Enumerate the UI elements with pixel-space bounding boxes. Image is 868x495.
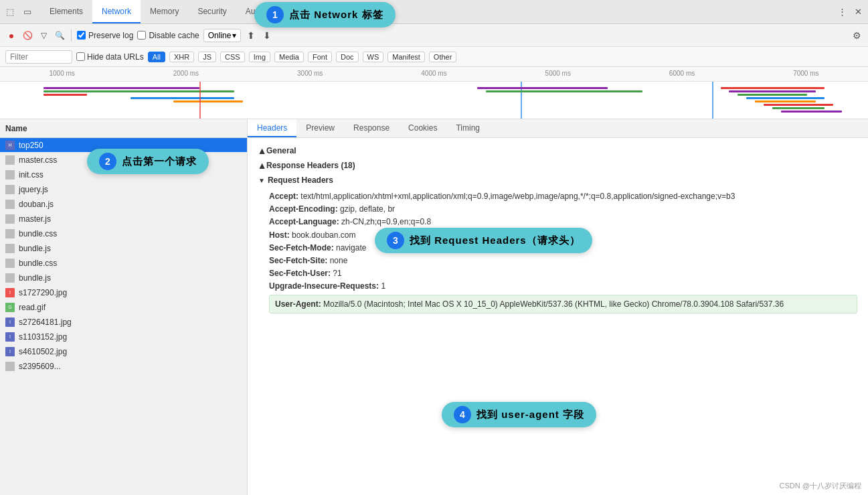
disable-cache-checkbox[interactable] [137,31,146,40]
filter-tag-js[interactable]: JS [198,52,216,62]
toolbar-divider [71,29,72,42]
tab-network[interactable]: Network [92,0,141,23]
filter-tag-font[interactable]: Font [308,52,332,62]
request-item-s27264181[interactable]: I s27264181.jpg [0,315,247,330]
more-options-icon[interactable]: ⋮ [835,5,849,19]
tick-1000: 1000 ms [0,70,124,81]
file-icon-html: H [5,141,15,150]
file-icon-default-10 [5,362,15,371]
filter-tag-other[interactable]: Other [429,52,457,62]
filter-tag-ws[interactable]: WS [363,52,384,62]
timeline-area: 1000 ms 2000 ms 3000 ms 4000 ms 5000 ms … [0,67,868,119]
request-headers-content: Accept: text/html,application/xhtml+xml,… [258,188,857,319]
tab-memory[interactable]: Memory [141,0,188,23]
request-item-bundle-css-2[interactable]: bundle.css [0,256,247,271]
file-icon-img-4: I [5,347,15,356]
filter-tag-all[interactable]: All [148,52,165,62]
preserve-log-checkbox[interactable] [77,31,86,40]
search-button[interactable]: 🔍 [54,29,66,42]
filter-tag-manifest[interactable]: Manifest [387,52,425,62]
request-item-s2395609[interactable]: s2395609... [0,359,247,374]
file-icon-default-3 [5,185,15,194]
mobile-icon[interactable]: ▭ [20,5,35,19]
details-tab-preview[interactable]: Preview [296,119,344,137]
request-item-bundle-js-1[interactable]: bundle.js [0,241,247,256]
tab-elements[interactable]: Elements [40,0,92,23]
timeline-ruler: 1000 ms 2000 ms 3000 ms 4000 ms 5000 ms … [0,67,868,82]
tick-4000: 4000 ms [372,70,496,81]
request-details-panel: Headers Preview Response Cookies Timing … [248,119,868,495]
disable-cache-label[interactable]: Disable cache [137,31,199,40]
hide-data-urls-label[interactable]: Hide data URLs [76,52,144,62]
file-icon-default-6 [5,229,15,238]
filter-tag-img[interactable]: Img [249,52,270,62]
details-tab-cookies[interactable]: Cookies [399,119,446,137]
file-icon-default-4 [5,200,15,209]
tick-7000: 7000 ms [744,70,868,81]
import-har-button[interactable]: ⬆ [245,29,257,42]
tab-audits[interactable]: Audits [236,0,277,23]
tick-3000: 3000 ms [248,70,372,81]
response-triangle-icon: ▶ [258,163,265,168]
throttle-select[interactable]: Online ▾ [203,29,242,42]
file-icon-default-7 [5,244,15,253]
request-item-douban-js[interactable]: douban.js [0,197,247,212]
inspect-icon[interactable]: ⬚ [3,5,17,19]
filter-icon-button[interactable]: ▽ [37,29,50,42]
request-item-s4610502[interactable]: I s4610502.jpg [0,344,247,359]
header-accept: Accept: text/html,application/xhtml+xml,… [269,190,857,203]
details-tab-response[interactable]: Response [344,119,399,137]
header-accept-language: Accept-Language: zh-CN,zh;q=0.9,en;q=0.8 [269,216,857,228]
general-section-header[interactable]: ▶ General [258,143,857,158]
details-tab-headers[interactable]: Headers [248,119,296,137]
request-item-master-js[interactable]: master.js [0,212,247,226]
filter-tag-css[interactable]: CSS [220,52,245,62]
details-tabs: Headers Preview Response Cookies Timing [248,119,868,138]
request-item-bundle-js-2[interactable]: bundle.js [0,271,247,285]
request-item-s1727290[interactable]: I s1727290.jpg [0,285,247,300]
filter-input[interactable] [5,50,72,64]
filter-tag-media[interactable]: Media [274,52,304,62]
details-content: ▶ General ▶ Response Headers (18) ▼ Requ… [248,138,868,495]
request-item-jquery-js[interactable]: jquery.js [0,182,247,197]
tab-bar: ⬚ ▭ Elements Network Memory Security Aud… [0,0,868,24]
general-triangle-icon: ▶ [258,148,265,153]
request-triangle-icon: ▼ [258,177,265,184]
header-accept-encoding: Accept-Encoding: gzip, deflate, br [269,203,857,216]
file-icon-default-5 [5,214,15,224]
export-har-button[interactable]: ⬇ [261,29,273,42]
tab-more[interactable]: » [277,0,300,23]
request-item-master-css[interactable]: master.css [0,153,247,167]
request-item-bundle-css-1[interactable]: bundle.css [0,226,247,241]
close-devtools-icon[interactable]: ✕ [851,5,865,19]
response-headers-section-header[interactable]: ▶ Response Headers (18) [258,158,857,173]
file-icon-img-3: I [5,332,15,342]
header-upgrade-insecure: Upgrade-Insecure-Requests: 1 [269,280,857,293]
clear-button[interactable]: 🚫 [21,29,33,42]
filter-tag-doc[interactable]: Doc [336,52,359,62]
tab-bar-right: ⋮ ✕ [835,5,865,19]
request-headers-section-header[interactable]: ▼ Request Headers [258,173,857,188]
file-icon-default-8 [5,259,15,268]
header-sec-fetch-mode: Sec-Fetch-Mode: navigate [269,242,857,255]
tick-6000: 6000 ms [620,70,744,81]
filter-row: Hide data URLs All XHR JS CSS Img Media … [0,47,868,67]
tab-security[interactable]: Security [188,0,236,23]
throttle-chevron-icon: ▾ [232,31,236,40]
filter-tag-xhr[interactable]: XHR [169,52,194,62]
file-icon-default-1 [5,155,15,165]
request-item-top250[interactable]: H top250 [0,138,247,153]
details-tab-timing[interactable]: Timing [446,119,489,137]
request-item-s1103152[interactable]: I s1103152.jpg [0,330,247,344]
devtools-icons: ⬚ ▭ [3,5,35,19]
network-settings-icon[interactable]: ⚙ [851,29,863,42]
record-button[interactable]: ● [5,29,17,42]
request-item-read-gif[interactable]: G read.gif [0,300,247,315]
file-icon-img-1: I [5,288,15,297]
hide-data-urls-checkbox[interactable] [76,52,85,61]
header-sec-fetch-user: Sec-Fetch-User: ?1 [269,267,857,280]
preserve-log-label[interactable]: Preserve log [77,31,133,40]
request-item-init-css[interactable]: init.css [0,167,247,182]
tick-5000: 5000 ms [496,70,620,81]
file-icon-default-2 [5,170,15,180]
